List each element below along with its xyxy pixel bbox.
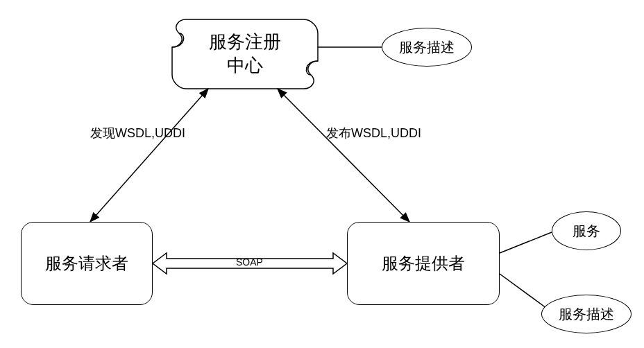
node-desc-bottom-label: 服务描述 [559, 305, 614, 324]
diagram-container: 服务注册中心 服务描述 服务请求者 服务提供者 服务 服务描述 发现WSDL,U… [0, 0, 644, 348]
node-desc-top-label: 服务描述 [399, 38, 455, 57]
edge-discover [90, 89, 208, 222]
node-provider-label: 服务提供者 [382, 252, 465, 274]
edge-provider-service [500, 232, 552, 253]
node-service-label: 服务 [573, 222, 600, 241]
label-publish: 发布WSDL,UDDI [326, 125, 421, 141]
node-desc-top: 服务描述 [382, 28, 472, 67]
node-requester-label: 服务请求者 [45, 252, 128, 274]
label-discover: 发现WSDL,UDDI [90, 125, 185, 141]
label-soap: SOAP [236, 256, 263, 268]
node-registry: 服务注册中心 [172, 19, 318, 89]
node-registry-label: 服务注册中心 [209, 31, 281, 78]
edge-publish [278, 89, 409, 222]
node-requester: 服务请求者 [21, 222, 153, 305]
node-provider: 服务提供者 [347, 222, 500, 305]
node-desc-bottom: 服务描述 [541, 295, 632, 333]
node-service: 服务 [552, 211, 621, 250]
